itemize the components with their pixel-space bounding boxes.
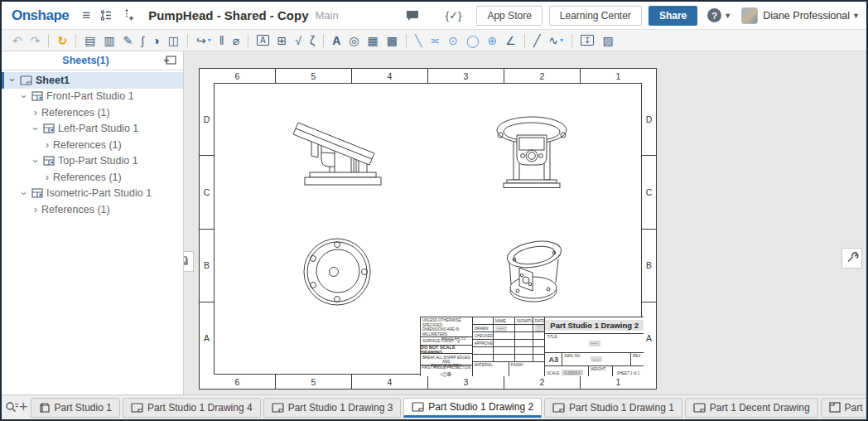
insert-image-icon[interactable]: ▨	[598, 31, 617, 50]
centerline-icon[interactable]: ≍	[426, 31, 444, 50]
chevron-right-icon[interactable]: ›	[41, 138, 53, 151]
units-settings-icon[interactable]	[123, 9, 133, 22]
add-sheet-icon[interactable]	[163, 56, 176, 66]
drawing-properties-button[interactable]	[841, 248, 862, 269]
chevron-down-icon[interactable]: ›	[30, 155, 42, 167]
tree-item-top-part-studio-1[interactable]: ›Top-Part Studio 1	[2, 153, 183, 170]
tree-item-references-1[interactable]: ›References (1)	[2, 104, 183, 121]
help-icon[interactable]: ?	[707, 8, 721, 22]
undo-icon[interactable]: ↶	[8, 31, 27, 50]
center-mark-arc-icon[interactable]: ⊙	[444, 31, 462, 50]
projected-view-icon[interactable]: ◫	[164, 31, 183, 50]
tree-item-left-part-studio-1[interactable]: ›Left-Part Studio 1	[2, 121, 183, 138]
detail-balloon-icon[interactable]: ◎	[345, 31, 363, 50]
auxiliary-view-icon[interactable]: ✎	[119, 31, 137, 50]
section-view-icon[interactable]: ◑	[148, 31, 163, 50]
spline-icon[interactable]: ∿▾	[544, 31, 567, 50]
chevron-right-icon[interactable]: ›	[30, 106, 41, 119]
drawing-tab-icon	[552, 403, 565, 413]
user-caret-icon[interactable]: ▼	[852, 12, 860, 20]
text-icon[interactable]: A	[328, 31, 345, 50]
sheet-icon	[20, 75, 32, 85]
drawing-sheet[interactable]: 654321 654321 DCBA DCBA	[199, 68, 657, 390]
avatar[interactable]	[741, 7, 758, 24]
title-field: TITLE: -----	[545, 334, 644, 353]
weld-symbol-icon[interactable]: ζ	[306, 31, 319, 50]
table-icon[interactable]: ▦	[364, 31, 383, 50]
learning-center-button[interactable]: Learning Center	[549, 6, 642, 26]
callout-icon[interactable]: ⊞	[273, 31, 292, 50]
update-views-icon[interactable]: ↻	[53, 31, 71, 50]
onshape-logo[interactable]: Onshape	[12, 7, 69, 24]
tree-item-sheet1[interactable]: ›Sheet1	[2, 72, 183, 89]
sheet-layout-icon[interactable]: ▥	[99, 31, 118, 50]
manage-tabs-icon[interactable]	[5, 398, 19, 418]
share-button[interactable]: Share	[649, 6, 697, 26]
drawing-canvas[interactable]: 654321 654321 DCBA DCBA	[184, 51, 866, 394]
broken-section-icon[interactable]: ∫	[137, 31, 148, 50]
zone-column-label: 5	[275, 69, 351, 83]
tree-item-label: Left-Part Studio 1	[58, 123, 138, 134]
tab-part-studio-1[interactable]: Part Studio 1	[31, 398, 120, 418]
insert-new-tab-button[interactable]: +	[19, 398, 28, 418]
drawing-name-field[interactable]: Part Studio 1 Drawing 2	[545, 320, 644, 331]
isometric-view[interactable]	[496, 233, 570, 311]
insert-view-icon[interactable]: ▤	[80, 31, 99, 50]
tab-part-studio-1-drawing-4[interactable]: Part Studio 1 Drawing 4	[123, 398, 261, 418]
redo-icon[interactable]: ↷	[27, 31, 45, 50]
help-caret-icon[interactable]: ▼	[724, 12, 731, 20]
drawn-date-field[interactable]: -----	[535, 325, 545, 331]
centerline-two-points-icon[interactable]: ╲	[411, 31, 426, 50]
tree-item-references-4[interactable]: ›References (1)	[2, 201, 183, 218]
tree-item-label: References (1)	[53, 172, 122, 183]
main-menu-icon[interactable]: ≡	[82, 7, 90, 24]
title-value-field[interactable]: -----	[589, 341, 600, 346]
scale-value-field[interactable]: 0.3333:1	[562, 370, 582, 375]
tab-part-studio-1-drawing-3[interactable]: Part Studio 1 Drawing 3	[263, 398, 402, 418]
tab-part-studio-1-drawing-2[interactable]: Part Studio 1 Drawing 2	[403, 398, 542, 418]
chevron-down-icon[interactable]: ›	[18, 90, 31, 102]
note-icon[interactable]: A	[257, 35, 269, 46]
versions-history-icon[interactable]	[100, 9, 113, 22]
tree-item-front-part-studio-1[interactable]: ›Front-Part Studio 1	[2, 89, 183, 105]
tree-item-references-3[interactable]: ›References (1)	[2, 169, 183, 186]
dimension-icon[interactable]: ↪▾	[192, 31, 215, 50]
chamfer-dimension-icon[interactable]: ∠	[501, 31, 520, 50]
chevron-right-icon[interactable]: ›	[41, 171, 53, 183]
document-title[interactable]: PumpHead - Shared - Copy	[148, 8, 308, 22]
chevron-right-icon[interactable]: ›	[30, 203, 41, 215]
circular-center-mark-icon[interactable]: ◯	[462, 31, 484, 50]
center-mark-icon[interactable]: ⊕	[484, 31, 502, 50]
left-view[interactable]	[492, 110, 572, 188]
top-view[interactable]	[301, 235, 375, 309]
drawing-tab-icon	[131, 403, 143, 413]
drawn-name-field[interactable]: -----	[495, 326, 507, 331]
feature-script-icon[interactable]: {✓}	[446, 9, 462, 22]
dropdown-caret-icon[interactable]: ▾	[560, 31, 563, 50]
workspace-name[interactable]: Main	[316, 9, 339, 22]
chevron-down-icon[interactable]: ›	[30, 123, 42, 134]
tree-item-references-2[interactable]: ›References (1)	[2, 137, 183, 153]
export-dxf-icon[interactable]: ↧	[581, 35, 594, 46]
first-angle-projection-symbol: ◁⊕	[440, 370, 452, 378]
tab-part-1-decent-drawing[interactable]: Part 1 Decent Drawing	[685, 398, 818, 418]
tab-part-1-decent-drawing-d[interactable]: Part 1 Decent Drawing.d...	[821, 398, 868, 418]
chevron-down-icon[interactable]: ›	[18, 187, 31, 199]
tree-item-isometric-part-studio-1[interactable]: ›Isometric-Part Studio 1	[2, 186, 183, 202]
tab-part-studio-1-drawing-1[interactable]: Part Studio 1 Drawing 1	[544, 398, 682, 418]
weight-cell: WEIGHT:	[588, 366, 612, 376]
ordinate-dimension-icon[interactable]: ‖	[215, 31, 229, 50]
bom-table-icon[interactable]: ▩	[383, 31, 402, 50]
user-menu[interactable]: Diane Professional	[763, 10, 850, 22]
dwg-no-field[interactable]: -----	[591, 356, 602, 362]
tab-label: Part Studio 1 Drawing 2	[428, 401, 533, 413]
line-icon[interactable]: ╱	[529, 31, 544, 50]
diameter-dimension-icon[interactable]: ⌀	[229, 31, 244, 50]
front-view[interactable]	[287, 103, 397, 193]
app-store-button[interactable]: App Store	[476, 6, 542, 26]
comment-icon[interactable]	[406, 10, 419, 22]
sheets-panel-toggle[interactable]	[184, 251, 194, 272]
surface-finish-icon[interactable]: √	[291, 31, 306, 50]
dropdown-caret-icon[interactable]: ▾	[208, 31, 211, 50]
chevron-down-icon[interactable]: ›	[7, 75, 19, 86]
